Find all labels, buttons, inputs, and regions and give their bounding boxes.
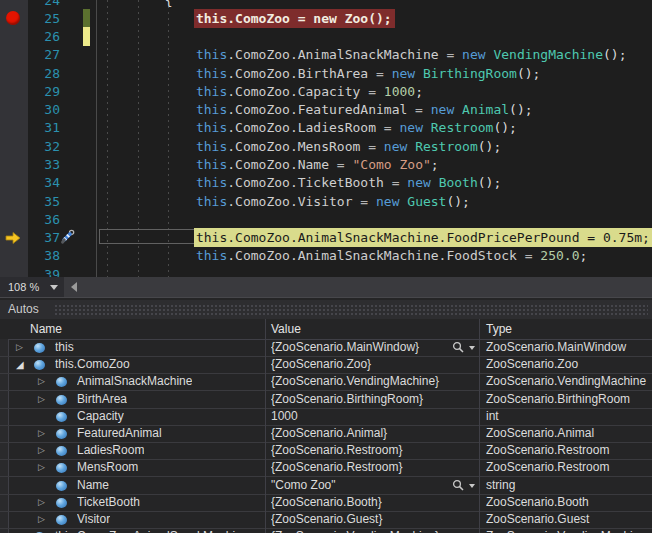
variable-type: ZooScenario.VendingMachine (486, 528, 650, 533)
autos-row[interactable]: ▷Visitor{ZooScenario.Guest}ZooScenario.G… (0, 511, 652, 529)
code-line[interactable]: 31this.ComoZoo.LadiesRoom = new Restroom… (0, 118, 652, 137)
code-text: this.ComoZoo.AnimalSnackMachine.FoodStoc… (196, 246, 587, 265)
column-header-type[interactable]: Type (486, 319, 512, 339)
current-statement-leading-box (99, 229, 195, 244)
line-number: 25 (28, 9, 60, 28)
column-header-value[interactable]: Value (271, 319, 301, 339)
variable-value[interactable]: {ZooScenario.VendingMachine} (271, 528, 446, 533)
chevron-down-icon[interactable] (469, 346, 475, 350)
variable-name: MensRoom (77, 459, 138, 476)
expand-expander-icon[interactable]: ▷ (16, 339, 23, 356)
variable-type: ZooScenario.Animal (486, 425, 650, 442)
variable-name: Capacity (77, 408, 124, 425)
column-separator[interactable] (479, 319, 480, 533)
autos-row[interactable]: Name"Como Zoo"string (0, 477, 652, 495)
code-line[interactable]: 30this.ComoZoo.FeaturedAnimal = new Anim… (0, 100, 652, 119)
line-number: 27 (28, 45, 60, 64)
variable-value[interactable]: {ZooScenario.BirthingRoom} (271, 391, 446, 408)
field-icon (56, 515, 67, 525)
code-text: this.ComoZoo.AnimalSnackMachine = new Ve… (196, 45, 627, 64)
autos-row[interactable]: ▷FeaturedAnimal{ZooScenario.Animal}ZooSc… (0, 425, 652, 443)
autos-row[interactable]: ▷this{ZooScenario.MainWindow}ZooScenario… (0, 339, 652, 357)
code-line[interactable]: 38this.ComoZoo.AnimalSnackMachine.FoodSt… (0, 246, 652, 265)
expand-expander-icon[interactable]: ▷ (16, 528, 23, 533)
expand-expander-icon[interactable]: ▷ (38, 425, 45, 442)
autos-row[interactable]: Capacity1000int (0, 408, 652, 426)
variable-type: ZooScenario.Restroom (486, 442, 650, 459)
autos-row[interactable]: ▷this.ComoZoo.AnimalSnackMachine{ZooScen… (0, 528, 652, 533)
autos-column-headers: Name Value Type (0, 319, 652, 340)
chevron-down-icon[interactable] (469, 484, 475, 488)
breakpoint-icon[interactable] (6, 11, 20, 25)
code-line[interactable]: 34this.ComoZoo.TicketBooth = new Booth()… (0, 173, 652, 192)
variable-value[interactable]: "Como Zoo" (271, 477, 446, 494)
autos-titlebar[interactable]: Autos (0, 300, 652, 319)
variable-name: BirthArea (77, 391, 127, 408)
code-editor[interactable]: 24{25this.ComoZoo = new Zoo();2627this.C… (0, 0, 652, 277)
variable-value[interactable]: {ZooScenario.Guest} (271, 511, 446, 528)
expand-expander-icon[interactable]: ▷ (38, 511, 45, 528)
line-number: 39 (28, 265, 60, 277)
field-icon (56, 412, 67, 422)
zoom-level-value: 108 % (0, 281, 39, 293)
line-number: 32 (28, 137, 60, 156)
expand-expander-icon[interactable]: ▷ (38, 373, 45, 390)
line-number: 26 (28, 27, 60, 46)
code-line[interactable]: 33this.ComoZoo.Name = "Como Zoo"; (0, 155, 652, 174)
field-icon (56, 446, 67, 456)
line-number: 29 (28, 82, 60, 101)
autos-row[interactable]: ▷TicketBooth{ZooScenario.Booth}ZooScenar… (0, 494, 652, 512)
variable-value[interactable]: 1000 (271, 408, 446, 425)
code-line[interactable]: 25this.ComoZoo = new Zoo(); (0, 9, 652, 28)
autos-row[interactable]: ▷LadiesRoom{ZooScenario.Restroom}ZooScen… (0, 442, 652, 460)
code-line[interactable]: 27this.ComoZoo.AnimalSnackMachine = new … (0, 45, 652, 64)
autos-row[interactable]: ▷BirthArea{ZooScenario.BirthingRoom}ZooS… (0, 391, 652, 409)
field-icon (56, 429, 67, 439)
code-line[interactable]: 39 (0, 265, 652, 277)
variable-name: LadiesRoom (77, 442, 144, 459)
column-separator[interactable] (265, 319, 266, 533)
code-text: this.ComoZoo.LadiesRoom = new Restroom()… (196, 118, 517, 137)
code-text: this.ComoZoo.MensRoom = new Restroom(); (196, 137, 501, 156)
variable-value[interactable]: {ZooScenario.MainWindow} (271, 339, 446, 356)
code-text: this.ComoZoo.Visitor = new Guest(); (196, 192, 470, 211)
variable-value[interactable]: {ZooScenario.Animal} (271, 425, 446, 442)
code-line[interactable]: 28this.ComoZoo.BirthArea = new BirthingR… (0, 64, 652, 83)
expand-expander-icon[interactable]: ▷ (38, 442, 45, 459)
line-number: 30 (28, 100, 60, 119)
variable-value[interactable]: {ZooScenario.Restroom} (271, 442, 446, 459)
field-icon (56, 481, 67, 491)
expand-expander-icon[interactable]: ▷ (38, 494, 45, 511)
scroll-left-icon[interactable] (71, 282, 77, 292)
field-icon (34, 343, 45, 353)
line-number: 28 (28, 64, 60, 83)
code-line[interactable]: 29this.ComoZoo.Capacity = 1000; (0, 82, 652, 101)
variable-type: int (486, 408, 650, 425)
magnifier-icon[interactable] (452, 341, 478, 355)
variable-name: Name (77, 477, 109, 494)
variable-value[interactable]: {ZooScenario.Booth} (271, 494, 446, 511)
autos-row[interactable]: ◢this.ComoZoo{ZooScenario.Zoo}ZooScenari… (0, 356, 652, 374)
line-number: 38 (28, 246, 60, 265)
collapse-expander-icon[interactable]: ◢ (16, 356, 24, 373)
code-line[interactable]: 35this.ComoZoo.Visitor = new Guest(); (0, 192, 652, 211)
autos-row[interactable]: ▷MensRoom{ZooScenario.Restroom}ZooScenar… (0, 459, 652, 477)
zoom-level-combo[interactable]: 108 % (0, 277, 64, 297)
variable-value[interactable]: {ZooScenario.VendingMachine} (271, 373, 446, 390)
horizontal-scrollbar[interactable]: 108 % (0, 277, 652, 297)
expand-expander-icon[interactable]: ▷ (38, 459, 45, 476)
variable-value[interactable]: {ZooScenario.Zoo} (271, 356, 446, 373)
field-icon (56, 377, 67, 387)
column-header-name[interactable]: Name (30, 319, 62, 339)
code-text: this.ComoZoo = new Zoo(); (194, 9, 395, 28)
variable-value[interactable]: {ZooScenario.Restroom} (271, 459, 446, 476)
autos-row[interactable]: ▷AnimalSnackMachine{ZooScenario.VendingM… (0, 373, 652, 391)
code-line[interactable]: 26 (0, 27, 652, 46)
variable-type: ZooScenario.VendingMachine (486, 373, 650, 390)
code-line[interactable]: 32this.ComoZoo.MensRoom = new Restroom()… (0, 137, 652, 156)
code-line[interactable]: 37this.ComoZoo.AnimalSnackMachine.FoodPr… (0, 228, 652, 247)
variable-name: TicketBooth (77, 494, 140, 511)
magnifier-icon[interactable] (452, 479, 478, 493)
code-line[interactable]: 36 (0, 210, 652, 229)
expand-expander-icon[interactable]: ▷ (38, 391, 45, 408)
